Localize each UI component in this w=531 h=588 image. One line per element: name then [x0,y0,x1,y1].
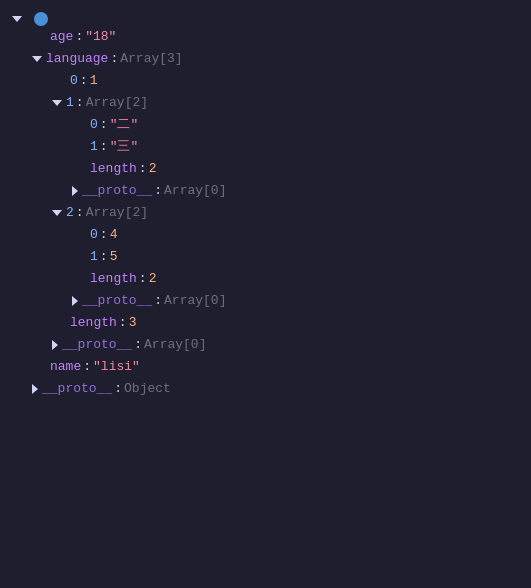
language-0-value: 1 [90,70,98,92]
language-1-length-key: length [90,158,137,180]
language-1-0-key: 0 [90,114,98,136]
language-2-proto-value: Array[0] [164,290,226,312]
language-proto-key: __proto__ [62,334,132,356]
language-length-colon: : [119,312,127,334]
language-0-key: 0 [70,70,78,92]
language-2-length-colon: : [139,268,147,290]
age-row-key: age [50,26,73,48]
language-0: 0: 1 [12,70,519,92]
language-2-proto: __proto__: Array[0] [12,290,519,312]
language-1-1-value: "三" [110,136,139,158]
age-row-colon: : [75,26,83,48]
language-1-expand-value: Array[2] [86,92,148,114]
language-1-length: length: 2 [12,158,519,180]
root-toggle[interactable] [12,16,22,22]
language-length: length: 3 [12,312,519,334]
language-proto-toggle-icon [52,340,58,350]
root-proto-toggle-icon [32,384,38,394]
language-2-proto-toggle[interactable] [72,296,78,306]
language-1-length-value: 2 [149,158,157,180]
language-1-length-colon: : [139,158,147,180]
language-1-0-colon: : [100,114,108,136]
language-expand-value: Array[3] [120,48,182,70]
language-1-0: 0: "二" [12,114,519,136]
language-length-value: 3 [129,312,137,334]
language-2-length: length: 2 [12,268,519,290]
language-expand-toggle[interactable] [32,56,42,62]
language-proto-value: Array[0] [144,334,206,356]
language-1-0-value: "二" [110,114,139,136]
language-1-1-colon: : [100,136,108,158]
language-2-expand-toggle-icon [52,210,62,216]
name-row-value: "lisi" [93,356,140,378]
language-2-1-key: 1 [90,246,98,268]
root-proto-toggle[interactable] [32,384,38,394]
language-2-0-value: 4 [110,224,118,246]
language-expand: language: Array[3] [12,48,519,70]
name-row-colon: : [83,356,91,378]
root-proto: __proto__: Object [12,378,519,400]
root-proto-value: Object [124,378,171,400]
language-1-proto-toggle[interactable] [72,186,78,196]
language-proto: __proto__: Array[0] [12,334,519,356]
language-proto-colon: : [134,334,142,356]
language-1-1: 1: "三" [12,136,519,158]
tree-container: age: "18"language: Array[3]0: 11: Array[… [4,8,527,404]
language-2-0: 0: 4 [12,224,519,246]
language-length-key: length [70,312,117,334]
language-1-1-key: 1 [90,136,98,158]
language-1-proto-key: __proto__ [82,180,152,202]
name-row-key: name [50,356,81,378]
age-row-value: "18" [85,26,116,48]
root-proto-colon: : [114,378,122,400]
language-2-proto-toggle-icon [72,296,78,306]
language-2-length-key: length [90,268,137,290]
language-2-1-colon: : [100,246,108,268]
language-1-proto-toggle-icon [72,186,78,196]
language-2-1-value: 5 [110,246,118,268]
language-1-expand-toggle-icon [52,100,62,106]
language-2-expand-colon: : [76,202,84,224]
language-2-1: 1: 5 [12,246,519,268]
language-2-length-value: 2 [149,268,157,290]
language-2-expand: 2: Array[2] [12,202,519,224]
language-2-expand-toggle[interactable] [52,210,62,216]
language-expand-toggle-icon [32,56,42,62]
language-1-expand-toggle[interactable] [52,100,62,106]
language-0-colon: : [80,70,88,92]
language-2-expand-value: Array[2] [86,202,148,224]
language-1-proto: __proto__: Array[0] [12,180,519,202]
age-row: age: "18" [12,26,519,48]
language-1-expand: 1: Array[2] [12,92,519,114]
language-1-proto-colon: : [154,180,162,202]
language-1-proto-value: Array[0] [164,180,226,202]
root-toggle-icon [12,16,22,22]
language-2-0-key: 0 [90,224,98,246]
language-1-expand-key: 1 [66,92,74,114]
language-2-proto-key: __proto__ [82,290,152,312]
language-2-expand-key: 2 [66,202,74,224]
header-row [12,12,519,26]
rows-container: age: "18"language: Array[3]0: 11: Array[… [12,26,519,400]
root-proto-key: __proto__ [42,378,112,400]
language-expand-key: language [46,48,108,70]
language-proto-toggle[interactable] [52,340,58,350]
name-row: name: "lisi" [12,356,519,378]
info-icon[interactable] [34,12,48,26]
language-expand-colon: : [110,48,118,70]
language-2-proto-colon: : [154,290,162,312]
language-1-expand-colon: : [76,92,84,114]
language-2-0-colon: : [100,224,108,246]
